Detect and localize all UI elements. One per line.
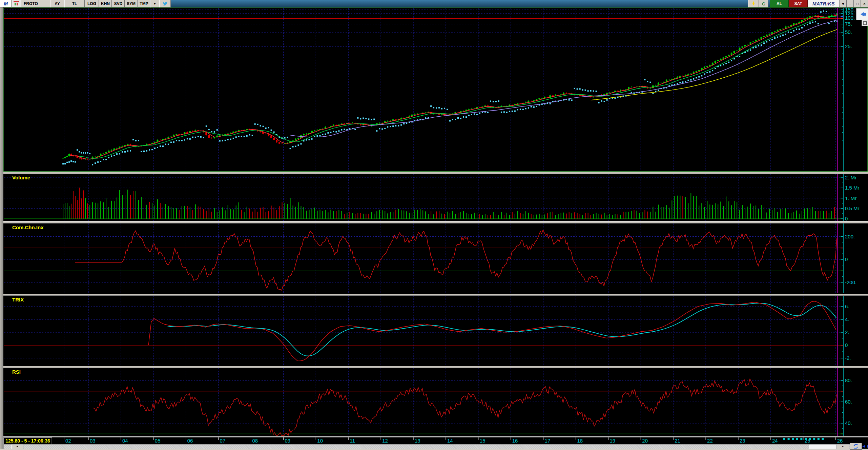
future-bars-dashes	[792, 438, 794, 440]
svg-text:1.5 Mr: 1.5 Mr	[845, 185, 860, 191]
svg-text:0: 0	[845, 342, 848, 348]
pan-left-icon[interactable]: ◄	[862, 444, 866, 449]
svg-text:12: 12	[382, 438, 388, 444]
svd-button[interactable]: SVD	[112, 0, 125, 7]
price-axis[interactable]: 6.4.2.0-2.	[841, 296, 851, 366]
matriks-chart-window: M FROTO AY TL LOG KHN SVD SYM TMP ▼	[0, 0, 868, 450]
svg-text:0: 0	[845, 216, 848, 221]
future-bars-dashes	[796, 438, 798, 440]
alarm-axis-marker	[841, 18, 843, 19]
svg-text:07: 07	[220, 438, 226, 444]
future-bars-dashes	[800, 438, 802, 440]
svg-text:11: 11	[350, 438, 355, 444]
pane-separator[interactable]	[3, 172, 868, 174]
restore-pane-button[interactable]	[862, 20, 868, 26]
window-bottom-border	[0, 449, 868, 450]
svg-text:2.: 2.	[845, 329, 849, 335]
svg-text:24: 24	[772, 438, 778, 444]
candles-glyph	[14, 1, 19, 6]
price-axis[interactable]: 150.125.100.75.50.25.	[841, 7, 855, 171]
pan-arrows[interactable]: ◄►	[862, 444, 868, 449]
khn-button[interactable]: KHN	[99, 0, 112, 7]
svg-text:40.: 40.	[845, 420, 852, 426]
moving-average-fast	[69, 15, 837, 159]
future-bars-dashes	[805, 438, 807, 440]
c-button[interactable]: C	[759, 0, 768, 7]
last-price-axis-marker	[841, 16, 843, 17]
chevron-down-icon[interactable]: ▼	[150, 0, 159, 7]
pan-right-icon[interactable]: ►	[866, 444, 868, 449]
alarm-lightning-icon[interactable]	[748, 0, 759, 7]
last-price-status: 125.80 - 5 - 17:06:36	[3, 437, 52, 445]
minimize-button[interactable]: –	[847, 0, 854, 7]
log-scale-button[interactable]: LOG	[85, 0, 99, 7]
matriks-m-icon[interactable]: M	[0, 0, 12, 7]
svg-text:22: 22	[707, 438, 713, 444]
cci-line	[75, 230, 837, 290]
price-axis[interactable]: 2. Mr1.5 Mr1. Mr0.5 Mr0	[841, 174, 860, 221]
future-bars-dashes	[809, 438, 811, 440]
twitter-bird-glyph	[163, 2, 168, 6]
brand-suffix: KS	[828, 1, 835, 6]
trix-signal-line	[167, 303, 836, 356]
twitter-icon[interactable]	[159, 0, 171, 7]
pane-label-volume: Volume	[12, 175, 30, 180]
svg-text:03: 03	[90, 438, 96, 444]
toolbar: M FROTO AY TL LOG KHN SVD SYM TMP ▼	[0, 0, 868, 7]
pane-label-trix: TRIX	[12, 297, 24, 302]
sym-button[interactable]: SYM	[125, 0, 138, 7]
pane-label-cci: Com.Chn.Inx	[12, 224, 44, 230]
buy-button[interactable]: AL	[770, 0, 789, 7]
trix-line	[148, 301, 836, 361]
parabolic-sar-dots	[62, 11, 838, 165]
volume-series	[63, 188, 837, 219]
pane-label-rsi: RSI	[12, 369, 21, 375]
tmp-button[interactable]: TMP	[138, 0, 150, 7]
svg-text:1. Mr: 1. Mr	[845, 195, 856, 201]
svg-text:16: 16	[512, 438, 518, 444]
time-axis[interactable]: 0203040506070809101112131415161718192021…	[64, 437, 843, 444]
moving-average-slow	[290, 20, 837, 137]
future-bars-dashes	[813, 438, 815, 440]
window-left-border	[0, 7, 3, 450]
svg-text:6.: 6.	[845, 304, 849, 309]
matriks-brand-logo: MATRiKS	[808, 0, 840, 7]
toolbar-right-group: C AL SAT MATRiKS ▾ – □ ×	[748, 0, 868, 7]
svg-text:15: 15	[480, 438, 485, 444]
svg-text:20: 20	[642, 438, 648, 444]
future-bars-dashes	[783, 438, 785, 440]
period-button-ay[interactable]: AY	[50, 0, 64, 7]
rollup-button[interactable]: ▾	[840, 0, 847, 7]
currency-button-tl[interactable]: TL	[64, 0, 85, 7]
pane-separator[interactable]	[3, 221, 868, 223]
rsi-line	[93, 379, 836, 435]
lightning-glyph	[752, 1, 755, 6]
restore-button[interactable]: □	[854, 0, 861, 7]
toolbar-left-group: M FROTO AY TL LOG KHN SVD SYM TMP ▼	[0, 0, 171, 7]
svg-text:4.: 4.	[845, 316, 849, 322]
svg-text:0.5 Mr: 0.5 Mr	[845, 206, 860, 211]
close-button[interactable]: ×	[861, 0, 868, 7]
svg-text:23: 23	[740, 438, 745, 444]
svg-text:25.: 25.	[845, 43, 852, 49]
refresh-button[interactable]	[850, 443, 862, 450]
svg-text:19: 19	[609, 438, 615, 444]
svg-text:-200.: -200.	[845, 279, 856, 285]
svg-text:18: 18	[577, 438, 583, 444]
brand-prefix: MATR	[812, 1, 826, 6]
candlestick-chart-icon[interactable]	[12, 0, 21, 7]
price-axis[interactable]: 200.0-200.	[841, 223, 856, 293]
future-bars-dashes	[818, 438, 820, 440]
svg-text:50.: 50.	[845, 29, 852, 35]
collapse-panel-button[interactable]	[856, 8, 868, 20]
svg-text:-2.: -2.	[845, 355, 851, 361]
sell-button[interactable]: SAT	[789, 0, 808, 7]
svg-text:04: 04	[122, 438, 128, 444]
chart-canvas[interactable]: 150.125.100.75.50.25.2. Mr1.5 Mr1. Mr0.5…	[0, 0, 868, 450]
symbol-button[interactable]: FROTO	[21, 0, 50, 7]
svg-text:17: 17	[545, 438, 551, 444]
svg-text:21: 21	[675, 438, 680, 444]
price-axis[interactable]: 80.60.40.	[841, 368, 852, 436]
svg-text:80.: 80.	[845, 377, 852, 383]
svg-text:09: 09	[285, 438, 290, 444]
